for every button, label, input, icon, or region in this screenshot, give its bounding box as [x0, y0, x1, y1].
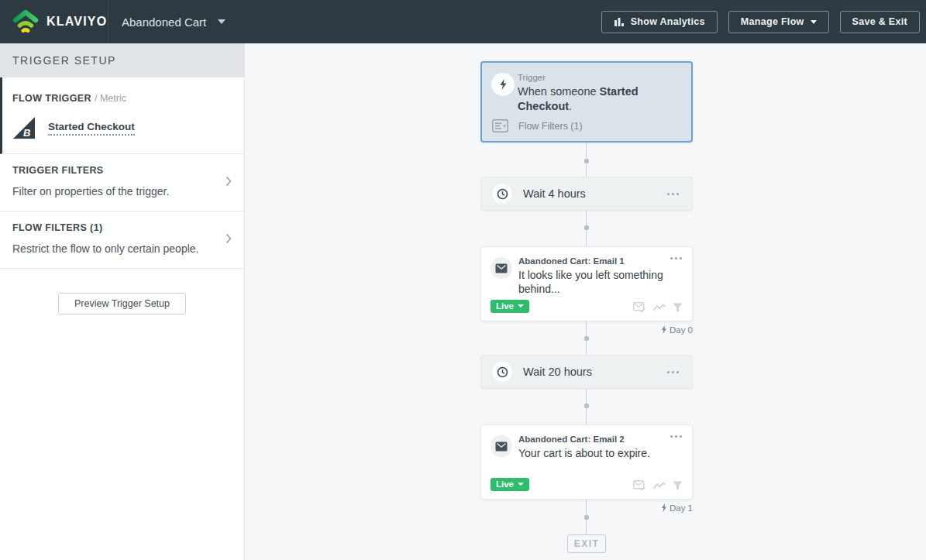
chevron-down-icon: [811, 20, 817, 24]
trigger-setup-sidebar: TRIGGER SETUP FLOW TRIGGER/ Metric B Sta…: [0, 43, 245, 560]
wait-label: Wait 20 hours: [523, 366, 592, 378]
save-exit-button[interactable]: Save & Exit: [840, 11, 920, 33]
filter-list-icon: [492, 119, 508, 132]
flow-trigger-type: / Metric: [95, 93, 126, 104]
bar-chart-icon: [614, 16, 625, 27]
email-card-2[interactable]: Abandoned Cart: Email 2 Your cart is abo…: [480, 424, 693, 500]
trigger-filters-title: TRIGGER FILTERS: [12, 165, 213, 176]
day-marker: Day 0: [480, 325, 693, 335]
card-menu-button[interactable]: [668, 255, 684, 262]
bigcommerce-icon: B: [12, 116, 36, 139]
email-subject: It looks like you left something behind.…: [518, 268, 676, 297]
clock-icon: [492, 184, 512, 204]
chevron-down-icon: [218, 19, 225, 24]
sidebar-header: TRIGGER SETUP: [0, 43, 244, 77]
flow-filters-description: Restrict the flow to only certain people…: [12, 242, 213, 255]
email-title: Abandoned Cart: Email 1: [518, 256, 625, 266]
brand-wordmark: KLAVIYO: [46, 15, 107, 29]
card-menu-button[interactable]: [668, 433, 684, 440]
chevron-down-icon: [518, 304, 524, 307]
save-exit-label: Save & Exit: [852, 16, 907, 27]
status-label: Live: [496, 479, 514, 489]
filter-funnel-icon[interactable]: [673, 303, 683, 313]
email-action-icons: [633, 302, 683, 313]
trigger-kicker: Trigger: [518, 73, 546, 82]
connector-dot: [584, 225, 589, 230]
wait-card-1[interactable]: Wait 4 hours: [480, 177, 693, 211]
trigger-flow-filters-label: Flow Filters (1): [518, 121, 583, 132]
svg-text:B: B: [23, 127, 30, 139]
email-subject: Your cart is about to expire.: [518, 446, 676, 460]
trigger-flow-filters-row[interactable]: Flow Filters (1): [492, 119, 583, 132]
flow-name: Abandoned Cart: [122, 15, 206, 29]
trigger-card[interactable]: Trigger When someone Started Checkout. F…: [480, 61, 693, 143]
preview-email-icon[interactable]: [633, 302, 646, 313]
trigger-text: When someone Started Checkout.: [518, 84, 666, 114]
exit-node: EXIT: [567, 534, 606, 553]
preview-section: Preview Trigger Setup: [0, 269, 244, 314]
navbar-actions: Show Analytics Manage Flow Save & Exit: [601, 11, 926, 33]
status-label: Live: [496, 301, 514, 311]
klaviyo-logo[interactable]: KLAVIYO: [0, 0, 108, 43]
clock-icon: [492, 362, 512, 382]
envelope-icon: [491, 435, 512, 457]
show-analytics-label: Show Analytics: [631, 16, 705, 27]
status-badge-dropdown[interactable]: Live: [491, 300, 529, 313]
email-title: Abandoned Cart: Email 2: [518, 435, 625, 444]
flow-trigger-label: FLOW TRIGGER: [12, 93, 91, 104]
email-action-icons: [633, 480, 683, 491]
top-navbar: KLAVIYO Abandoned Cart Show Analytics Ma…: [0, 0, 926, 43]
wait-label: Wait 4 hours: [523, 187, 586, 200]
show-analytics-button[interactable]: Show Analytics: [601, 11, 718, 33]
connector-dot: [584, 404, 589, 408]
status-badge-dropdown[interactable]: Live: [491, 478, 529, 491]
chevron-down-icon: [518, 483, 524, 486]
connector-dot: [584, 159, 589, 163]
trigger-filters-description: Filter on properties of the trigger.: [12, 185, 213, 198]
connector-dot: [584, 336, 589, 341]
lightning-bolt-icon: [661, 325, 667, 334]
flow-filters-title: FLOW FILTERS (1): [12, 222, 213, 233]
klaviyo-mark-icon: [12, 9, 40, 35]
chevron-right-icon: [225, 176, 232, 190]
analytics-sparkline-icon[interactable]: [653, 481, 666, 490]
metric-link[interactable]: Started Checkout: [48, 121, 135, 136]
sidebar-item-trigger-filters[interactable]: TRIGGER FILTERS Filter on properties of …: [0, 154, 244, 211]
wait-card-2[interactable]: Wait 20 hours: [480, 355, 693, 389]
manage-flow-label: Manage Flow: [741, 16, 804, 27]
filter-funnel-icon[interactable]: [673, 481, 683, 491]
flow-canvas: Trigger When someone Started Checkout. F…: [245, 43, 926, 560]
card-menu-button[interactable]: [665, 191, 681, 198]
card-menu-button[interactable]: [665, 369, 681, 376]
preview-email-icon[interactable]: [633, 480, 646, 491]
analytics-sparkline-icon[interactable]: [653, 303, 666, 312]
lightning-bolt-icon: [491, 73, 515, 96]
flow-name-dropdown[interactable]: Abandoned Cart: [122, 15, 225, 29]
day-marker: Day 1: [480, 503, 693, 513]
chevron-right-icon: [225, 233, 232, 247]
preview-trigger-setup-button[interactable]: Preview Trigger Setup: [58, 293, 186, 314]
manage-flow-button[interactable]: Manage Flow: [728, 11, 829, 33]
envelope-icon: [491, 257, 512, 279]
flow-trigger-section: FLOW TRIGGER/ Metric B Started Checkout: [0, 77, 244, 154]
lightning-bolt-icon: [661, 503, 667, 512]
email-card-1[interactable]: Abandoned Cart: Email 1 It looks like yo…: [480, 246, 693, 321]
sidebar-item-flow-filters[interactable]: FLOW FILTERS (1) Restrict the flow to on…: [0, 211, 244, 269]
connector-dot: [584, 515, 589, 520]
